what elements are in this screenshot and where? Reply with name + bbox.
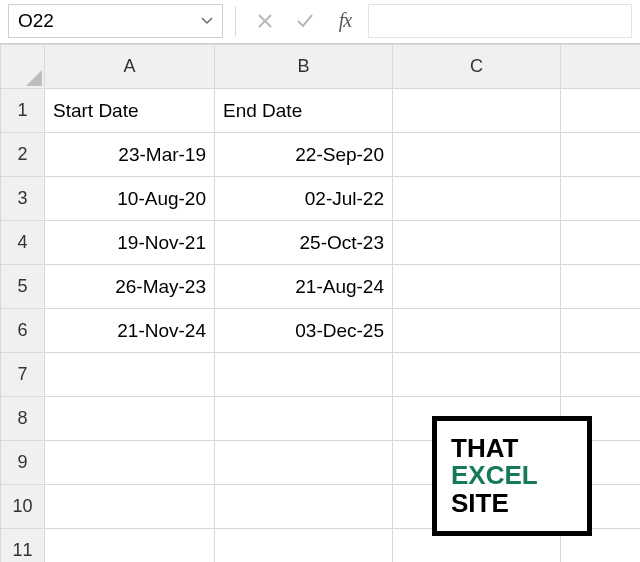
row-header-6[interactable]: 6 (1, 309, 45, 353)
fx-icon: fx (339, 9, 351, 32)
formula-bar: O22 fx (0, 0, 640, 44)
row-header-3[interactable]: 3 (1, 177, 45, 221)
select-all-triangle-icon (26, 70, 42, 86)
cell-A2[interactable]: 23-Mar-19 (45, 133, 215, 177)
formula-input[interactable] (368, 4, 632, 38)
spreadsheet-grid: A B C 1 Start Date End Date 2 23-Mar-19 … (0, 44, 640, 562)
cell-B3[interactable]: 02-Jul-22 (215, 177, 393, 221)
cell-A4[interactable]: 19-Nov-21 (45, 221, 215, 265)
cell-B6[interactable]: 03-Dec-25 (215, 309, 393, 353)
check-icon (295, 11, 315, 31)
cell-D7[interactable] (561, 353, 641, 397)
row-header-4[interactable]: 4 (1, 221, 45, 265)
cancel-button[interactable] (248, 6, 282, 36)
column-header-a[interactable]: A (45, 45, 215, 89)
row-7: 7 (1, 353, 641, 397)
column-header-b[interactable]: B (215, 45, 393, 89)
row-5: 5 26-May-23 21-Aug-24 (1, 265, 641, 309)
column-header-row: A B C (1, 45, 641, 89)
cell-B7[interactable] (215, 353, 393, 397)
cell-C7[interactable] (393, 353, 561, 397)
cell-C1[interactable] (393, 89, 561, 133)
divider (235, 6, 236, 36)
row-header-1[interactable]: 1 (1, 89, 45, 133)
cell-C4[interactable] (393, 221, 561, 265)
column-header-c[interactable]: C (393, 45, 561, 89)
watermark-logo: THAT EXCEL SITE (432, 416, 592, 536)
cell-C5[interactable] (393, 265, 561, 309)
cell-A9[interactable] (45, 441, 215, 485)
insert-function-button[interactable]: fx (328, 6, 362, 36)
row-header-11[interactable]: 11 (1, 529, 45, 563)
chevron-down-icon[interactable] (197, 11, 217, 31)
cell-D5[interactable] (561, 265, 641, 309)
column-header-d[interactable] (561, 45, 641, 89)
cell-A6[interactable]: 21-Nov-24 (45, 309, 215, 353)
row-2: 2 23-Mar-19 22-Sep-20 (1, 133, 641, 177)
row-6: 6 21-Nov-24 03-Dec-25 (1, 309, 641, 353)
cell-A7[interactable] (45, 353, 215, 397)
cell-B8[interactable] (215, 397, 393, 441)
name-box[interactable]: O22 (8, 4, 223, 38)
cell-B9[interactable] (215, 441, 393, 485)
name-box-value: O22 (18, 10, 197, 32)
cell-D2[interactable] (561, 133, 641, 177)
cell-C3[interactable] (393, 177, 561, 221)
logo-line-2: EXCEL (451, 462, 587, 489)
cell-C6[interactable] (393, 309, 561, 353)
row-header-8[interactable]: 8 (1, 397, 45, 441)
row-1: 1 Start Date End Date (1, 89, 641, 133)
cell-B10[interactable] (215, 485, 393, 529)
cell-A5[interactable]: 26-May-23 (45, 265, 215, 309)
cell-D6[interactable] (561, 309, 641, 353)
cell-A11[interactable] (45, 529, 215, 563)
cell-B11[interactable] (215, 529, 393, 563)
row-header-2[interactable]: 2 (1, 133, 45, 177)
row-header-10[interactable]: 10 (1, 485, 45, 529)
cell-A1[interactable]: Start Date (45, 89, 215, 133)
cell-A10[interactable] (45, 485, 215, 529)
cell-C2[interactable] (393, 133, 561, 177)
row-header-5[interactable]: 5 (1, 265, 45, 309)
cell-B5[interactable]: 21-Aug-24 (215, 265, 393, 309)
row-header-7[interactable]: 7 (1, 353, 45, 397)
x-icon (256, 12, 274, 30)
row-header-9[interactable]: 9 (1, 441, 45, 485)
cell-D1[interactable] (561, 89, 641, 133)
cell-D3[interactable] (561, 177, 641, 221)
cell-D4[interactable] (561, 221, 641, 265)
cell-B2[interactable]: 22-Sep-20 (215, 133, 393, 177)
cell-A3[interactable]: 10-Aug-20 (45, 177, 215, 221)
cell-B4[interactable]: 25-Oct-23 (215, 221, 393, 265)
select-all-corner[interactable] (1, 45, 45, 89)
cell-B1[interactable]: End Date (215, 89, 393, 133)
cell-A8[interactable] (45, 397, 215, 441)
logo-line-3: SITE (451, 490, 587, 517)
logo-line-1: THAT (451, 435, 587, 462)
row-3: 3 10-Aug-20 02-Jul-22 (1, 177, 641, 221)
enter-button[interactable] (288, 6, 322, 36)
row-4: 4 19-Nov-21 25-Oct-23 (1, 221, 641, 265)
